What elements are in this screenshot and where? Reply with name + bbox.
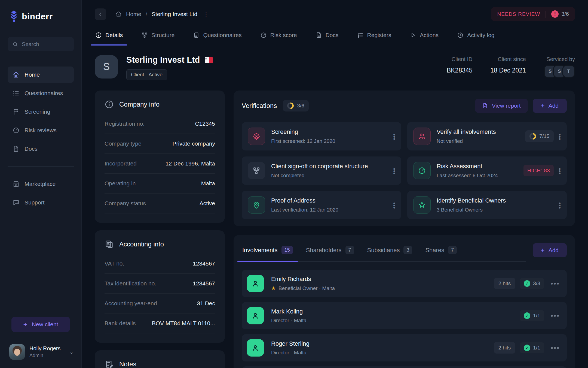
involvement-row[interactable]: Roger Sterling Director · Malta 2 hits ✓… [242, 334, 567, 361]
verification-card-risk[interactable]: Risk Assessment Last assessed: 6 Oct 202… [407, 156, 567, 185]
kebab-menu-icon[interactable]: ••• [551, 279, 560, 288]
involvement-row[interactable]: Don Draper Shareholder · Malta ✓ 1/1 ••• [242, 366, 567, 368]
new-client-button[interactable]: + New client [11, 317, 70, 332]
sidebar-item-questionnaires[interactable]: Questionnaires [8, 85, 74, 101]
kebab-menu-icon[interactable]: ••• [559, 133, 561, 140]
verification-card-ubo[interactable]: Identify Beneficial Owners 3 Beneficial … [407, 191, 567, 219]
kebab-menu-icon[interactable]: ⋮ [203, 11, 209, 17]
verifications-progress-badge: 3/6 [283, 100, 308, 111]
tab-label: Structure [151, 32, 174, 38]
kebab-menu-icon[interactable]: ••• [551, 312, 560, 320]
involvement-row[interactable]: Mark Koling Director · Malta ✓ 1/1 ••• [242, 302, 567, 329]
tab-label: Shareholders [306, 247, 342, 254]
content: Company info Registration no. C12345 Com… [82, 87, 588, 368]
tab-risk-score[interactable]: Risk score [260, 26, 298, 45]
tab-label: Details [105, 32, 123, 38]
verification-card-signoff[interactable]: Client sign-off on corporate structure N… [242, 156, 401, 185]
add-verification-button[interactable]: + Add [533, 99, 567, 113]
view-report-button[interactable]: View report [475, 99, 528, 113]
search-input[interactable] [22, 41, 69, 47]
left-column: Company info Registration no. C12345 Com… [95, 91, 225, 368]
verifications-title: Verifications [242, 102, 277, 110]
check-count: 3/3 [533, 280, 540, 286]
brand-logo[interactable]: binderr [8, 10, 74, 22]
row-label: Registration no. [105, 120, 145, 127]
row-label: Incorporated [105, 160, 137, 167]
row-value: BOV MT84 MALT 0110... [152, 320, 215, 327]
person-role: Beneficial Owner · Malta [278, 285, 335, 291]
sidebar-item-risk-reviews[interactable]: Risk reviews [8, 122, 74, 138]
tab-shareholders[interactable]: Shareholders 7 [305, 243, 355, 261]
verification-card-screening[interactable]: Screening First screened: 12 Jan 2020 ••… [242, 122, 401, 150]
person-avatar-icon [247, 307, 264, 324]
tab-details[interactable]: Details [95, 26, 123, 45]
kebab-menu-icon[interactable]: ••• [559, 167, 561, 174]
check-icon: ✓ [524, 280, 530, 287]
tab-structure[interactable]: Structure [141, 26, 175, 45]
sidebar-item-support[interactable]: Support [8, 194, 74, 211]
sidebar: binderr Home Questionnaires Screening Ri… [0, 0, 82, 368]
notes-card: Notes Lorem ipsum dolor sit amet consect… [95, 350, 225, 368]
review-count: 3/6 [561, 11, 569, 17]
check-count: 1/1 [533, 313, 540, 319]
involvements-tabs: Involvements 15 Shareholders 7 Subsidiar… [242, 243, 526, 262]
kebab-menu-icon[interactable]: ••• [559, 202, 561, 208]
person-name: Mark Koling [271, 308, 520, 315]
add-label: Add [549, 102, 559, 109]
involvement-row[interactable]: Emily Richards ★ Beneficial Owner · Malt… [242, 270, 567, 297]
serviced-by-avatars[interactable]: S S T [544, 65, 575, 78]
verification-card-address[interactable]: Proof of Address Last verification: 12 J… [242, 191, 401, 219]
tab-shares[interactable]: Shares 7 [425, 243, 457, 261]
tab-involvements[interactable]: Involvements 15 [242, 243, 293, 261]
tab-docs[interactable]: Docs [315, 26, 339, 45]
involvements-panel: Involvements 15 Shareholders 7 Subsidiar… [234, 235, 575, 368]
breadcrumb-current: Sterling Invest Ltd [152, 11, 197, 17]
client-id-label: Client ID [447, 56, 473, 62]
client-header: S Sterling Invest Ltd Client · Active Cl… [82, 45, 588, 87]
user-menu[interactable]: Holly Rogers Admin ⌄ [8, 344, 74, 360]
divider [546, 11, 546, 18]
kebab-menu-icon[interactable]: ••• [551, 344, 560, 352]
location-pin-icon [248, 196, 265, 214]
add-involvement-button[interactable]: + Add [533, 243, 567, 257]
right-column: Verifications 3/6 View report + [234, 91, 575, 368]
needs-review-badge[interactable]: NEEDS REVIEW ! 3/6 [491, 7, 575, 21]
sidebar-item-screening[interactable]: Screening [8, 104, 74, 120]
kebab-menu-icon[interactable]: ••• [393, 133, 395, 140]
sidebar-item-marketplace[interactable]: Marketplace [8, 176, 74, 192]
sidebar-divider [8, 166, 74, 167]
client-tabs: Details Structure Questionnaires Risk sc… [82, 26, 588, 45]
info-row: Accounting year-end 31 Dec [105, 294, 215, 313]
tab-questionnaires[interactable]: Questionnaires [192, 26, 242, 45]
topbar: Home / Sterling Invest Ltd ⋮ NEEDS REVIE… [82, 0, 588, 26]
tab-activity-log[interactable]: Activity log [457, 26, 495, 45]
verification-title: Proof of Address [271, 197, 387, 204]
person-name: Roger Sterling [271, 340, 494, 347]
row-value: 12 Dec 1996, Malta [166, 160, 215, 167]
tab-actions[interactable]: Actions [409, 26, 439, 45]
row-value: Active [200, 200, 215, 207]
verification-subtitle: 3 Beneficial Owners [437, 207, 553, 213]
tab-subsidiaries[interactable]: Subsidiaries 3 [367, 243, 413, 261]
count-badge: 7 [345, 246, 354, 254]
tab-label: Actions [420, 32, 439, 38]
breadcrumb-home[interactable]: Home [126, 11, 141, 17]
sidebar-item-docs[interactable]: Docs [8, 141, 74, 157]
row-label: VAT no. [105, 260, 124, 267]
chevron-down-icon[interactable]: ⌄ [69, 349, 74, 355]
back-button[interactable] [95, 8, 106, 20]
person-role: Director · Malta [271, 350, 307, 356]
kebab-menu-icon[interactable]: ••• [393, 167, 395, 174]
tab-label: Shares [425, 247, 444, 254]
info-row: VAT no. 1234567 [105, 254, 215, 274]
info-icon [105, 100, 114, 109]
gauge-icon [13, 127, 20, 134]
verification-subtitle: Not verified [437, 138, 519, 144]
search-input-wrap[interactable] [8, 37, 74, 51]
sidebar-item-home[interactable]: Home [8, 67, 74, 83]
count-badge: 3 [403, 246, 412, 254]
star-icon [413, 196, 431, 214]
kebab-menu-icon[interactable]: ••• [393, 202, 395, 208]
tab-registers[interactable]: Registers [357, 26, 392, 45]
verification-card-involvements[interactable]: Verify all involvements Not verified 7/1… [407, 122, 567, 150]
